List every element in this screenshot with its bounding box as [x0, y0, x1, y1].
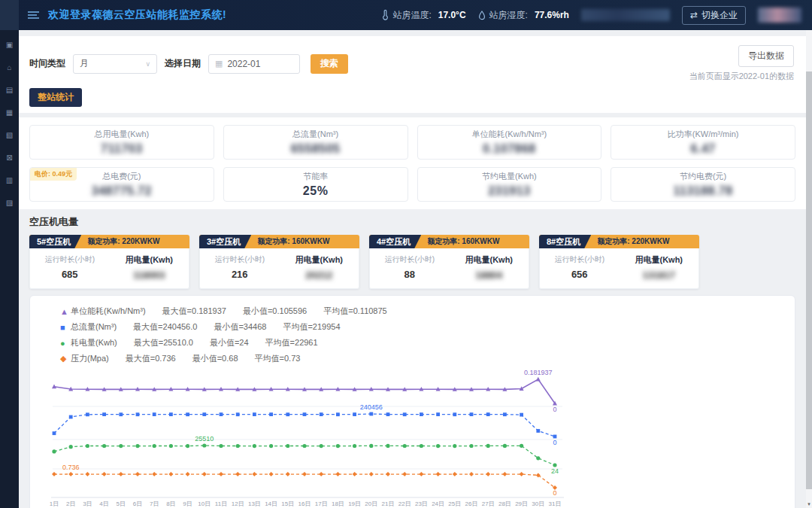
- sidebar-icon-log[interactable]: ▥: [6, 176, 13, 184]
- station-temp-value: 17.0°C: [438, 10, 466, 20]
- svg-text:26日: 26日: [465, 500, 478, 507]
- svg-text:24日: 24日: [432, 500, 444, 507]
- scrollbar-thumb[interactable]: [806, 71, 812, 489]
- legend-min-value: 最小值=34468: [214, 321, 266, 333]
- station-stats-badge[interactable]: 整站统计: [29, 88, 82, 107]
- compressor-cards-row: 5#空压机额定功率: 220KWKW运行时长(小时)685用电量(Kwh)118…: [29, 235, 795, 289]
- thermometer-icon: [382, 10, 389, 20]
- page-title: 欢迎登录葆德云空压站能耗监控系统!: [48, 8, 226, 22]
- stat-value: 113188.78: [674, 184, 733, 198]
- svg-text:0: 0: [553, 439, 556, 446]
- stat-row-2: 电价: 0.49元总电费(元)348775.72节能率25%节约电量(Kwh)2…: [29, 167, 795, 202]
- legend-item-1[interactable]: ▲单位能耗(Kw/h/Nm³)最大值=0.181937最小值=0.105596平…: [60, 306, 781, 317]
- power-usage-label: 用电量(Kwh): [295, 254, 343, 266]
- stat-title: 节约电量(Kwh): [482, 171, 537, 182]
- svg-text:20日: 20日: [365, 500, 377, 507]
- svg-text:11日: 11日: [215, 500, 227, 507]
- legend-avg-value: 平均值=0.110875: [323, 306, 387, 317]
- header-right: 站房温度: 17.0°C 站房湿度: 77.6%rh ⇄ 切换企业: [382, 6, 812, 25]
- sidebar-icon-energy[interactable]: ▤: [6, 86, 13, 94]
- legend-avg-value: 平均值=219954: [283, 321, 340, 333]
- stat-value: 6.47: [691, 142, 716, 156]
- scrollbar[interactable]: ▾: [806, 30, 812, 508]
- time-type-select[interactable]: 月 ∨: [73, 54, 157, 74]
- legend-item-3[interactable]: ●耗电量(Kwh)最大值=25510.0最小值=24平均值=22961: [60, 337, 781, 348]
- run-hours-value: 216: [232, 269, 248, 280]
- date-input[interactable]: ▦ 2022-01: [208, 54, 300, 74]
- line-chart: 1日2日3日4日5日6日7日8日9日10日11日12日13日14日15日16日1…: [44, 369, 588, 508]
- legend-avg-value: 平均值=0.73: [255, 353, 301, 364]
- rated-power-label: 额定功率: 220KWKW: [597, 236, 669, 247]
- stat-card-8: 节约电费(元)113188.78: [611, 167, 795, 202]
- svg-text:1日: 1日: [50, 500, 59, 507]
- run-hours-column: 运行时长(小时)216: [200, 254, 280, 281]
- power-usage-value: 131817: [643, 269, 675, 281]
- compressor-name-chip: 3#空压机: [199, 235, 251, 248]
- svg-text:21日: 21日: [382, 500, 395, 507]
- run-hours-label: 运行时长(小时): [214, 254, 265, 265]
- compressor-section-title: 空压机电量: [29, 215, 795, 229]
- svg-text:14日: 14日: [265, 500, 277, 507]
- svg-text:2日: 2日: [66, 500, 75, 507]
- legend-item-2[interactable]: ■总流量(Nm³)最大值=240456.0最小值=34468平均值=219954: [60, 321, 781, 333]
- export-data-button[interactable]: 导出数据: [738, 45, 794, 67]
- svg-text:19日: 19日: [348, 500, 361, 507]
- top-header: 欢迎登录葆德云空压站能耗监控系统! 站房温度: 17.0°C 站房湿度: 77.…: [0, 0, 812, 30]
- stat-value: 25%: [303, 184, 329, 198]
- run-hours-column: 运行时长(小时)88: [370, 254, 450, 281]
- stat-card-6: 节能率25%: [223, 167, 408, 202]
- stat-title: 总电费(元): [102, 171, 141, 182]
- svg-text:6日: 6日: [133, 500, 142, 507]
- time-type-label: 时间类型: [29, 57, 65, 70]
- svg-text:13日: 13日: [248, 500, 261, 507]
- run-hours-column: 运行时长(小时)656: [540, 254, 620, 281]
- sidebar-icon-overview[interactable]: ▣: [6, 41, 13, 49]
- svg-text:16日: 16日: [298, 500, 311, 507]
- sidebar: ▣⌂▤▦▧⊠▥▨: [0, 30, 19, 508]
- legend-min-value: 最小值=24: [210, 337, 249, 348]
- svg-text:27日: 27日: [482, 500, 495, 507]
- compressor-card-header: 4#空压机额定功率: 160KWKW: [369, 235, 529, 248]
- stat-value: 711703: [101, 142, 143, 156]
- svg-text:24: 24: [551, 467, 559, 475]
- svg-text:9日: 9日: [183, 500, 192, 507]
- run-hours-column: 运行时长(小时)685: [30, 254, 110, 281]
- svg-text:12日: 12日: [232, 500, 244, 507]
- run-hours-value: 88: [404, 269, 415, 280]
- stat-row-1: 总用电量(Kwh)711703总流量(Nm³)6558505单位能耗(Kw/h/…: [29, 125, 795, 160]
- filter-panel: 时间类型 月 ∨ 选择日期 ▦ 2022-01 搜索 导出数据 当前页面显示20…: [19, 36, 806, 113]
- sidebar-icon-monitor[interactable]: ▦: [6, 108, 13, 117]
- stats-panel: 总用电量(Kwh)711703总流量(Nm³)6558505单位能耗(Kw/h/…: [19, 117, 806, 209]
- legend-diamond-icon: ◆: [60, 354, 71, 364]
- compressor-card-body: 运行时长(小时)88用电量(Kwh)18804: [369, 248, 529, 289]
- svg-text:29日: 29日: [515, 500, 528, 507]
- legend-item-4[interactable]: ◆压力(Mpa)最大值=0.736最小值=0.68平均值=0.73: [60, 353, 781, 364]
- svg-text:3日: 3日: [83, 500, 92, 507]
- header-corner: [0, 0, 19, 30]
- scroll-down-arrow-icon[interactable]: ▾: [806, 500, 812, 508]
- station-humidity: 站房湿度: 77.6%rh: [478, 9, 569, 22]
- compressor-card-header: 8#空压机额定功率: 220KWKW: [539, 235, 699, 248]
- search-button[interactable]: 搜索: [311, 54, 348, 74]
- sidebar-icon-report[interactable]: ▧: [6, 131, 13, 139]
- sidebar-icon-home[interactable]: ⌂: [7, 63, 11, 71]
- svg-text:240456: 240456: [360, 403, 383, 411]
- run-hours-value: 656: [571, 269, 588, 280]
- compressor-name-chip: 5#空压机: [29, 235, 81, 248]
- svg-text:5日: 5日: [117, 500, 126, 507]
- power-usage-label: 用电量(Kwh): [635, 254, 683, 266]
- legend-series-name: 单位能耗(Kw/h/Nm³): [71, 306, 146, 317]
- chart-legend: ▲单位能耗(Kw/h/Nm³)最大值=0.181937最小值=0.105596平…: [44, 306, 781, 364]
- menu-toggle-icon[interactable]: [28, 11, 39, 20]
- stat-value: 348775.72: [92, 184, 152, 198]
- legend-series-name: 压力(Mpa): [71, 353, 109, 364]
- stat-title: 单位能耗(Kw/h/Nm³): [472, 129, 547, 140]
- stat-title: 总用电量(Kwh): [95, 129, 150, 140]
- sidebar-icon-alarm[interactable]: ⊠: [6, 154, 12, 162]
- switch-company-button[interactable]: ⇄ 切换企业: [682, 6, 746, 25]
- sidebar-icon-settings[interactable]: ▨: [6, 199, 13, 207]
- legend-min-value: 最小值=0.68: [192, 353, 238, 364]
- compressor-card-2: 3#空压机额定功率: 160KWKW运行时长(小时)216用电量(Kwh)202…: [199, 235, 359, 289]
- power-usage-value: 18804: [475, 269, 502, 281]
- compressor-card-header: 3#空压机额定功率: 160KWKW: [199, 235, 359, 248]
